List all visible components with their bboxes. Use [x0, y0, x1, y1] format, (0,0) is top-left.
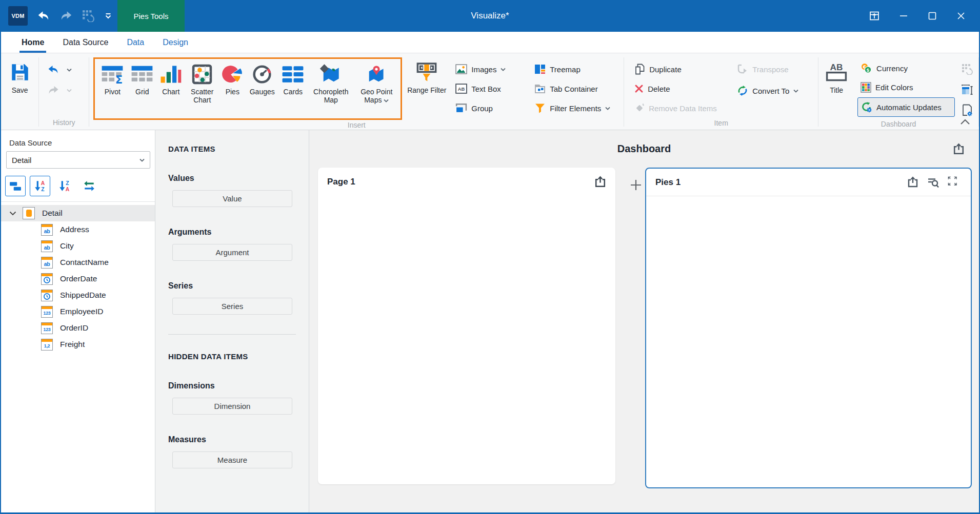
- dashboard-title-button[interactable]: AB Title: [818, 56, 854, 94]
- tree-item-shippeddate[interactable]: ShippedDate: [1, 287, 155, 303]
- insert-group-button[interactable]: Group: [452, 98, 525, 118]
- delete-button[interactable]: Delete: [631, 79, 731, 98]
- insert-chart-button[interactable]: Chart: [156, 59, 185, 96]
- close-icon: [955, 10, 967, 22]
- argument-drop-slot[interactable]: Argument: [172, 244, 292, 261]
- swap-arrows-icon: [83, 180, 95, 192]
- insert-choropleth-map-button[interactable]: Choropleth Map: [307, 59, 354, 104]
- insert-highlight-box: Σ Pivot Grid Chart Scatter Chart: [93, 57, 402, 120]
- tree-item-address[interactable]: ab Address: [1, 221, 155, 238]
- tab-home[interactable]: Home: [14, 33, 51, 53]
- page-tab-surface[interactable]: Page 1: [318, 168, 615, 484]
- date-field-icon: [41, 273, 53, 285]
- insert-tab-container-button[interactable]: Tab Container: [531, 79, 624, 98]
- dashboard-surface: Dashboard Page 1: [309, 130, 979, 512]
- dimension-drop-slot[interactable]: Dimension: [172, 398, 292, 415]
- insert-treemap-button[interactable]: Treemap: [531, 59, 624, 79]
- item-export-button[interactable]: [906, 176, 919, 189]
- sort-ascending-button[interactable]: AZ: [30, 176, 50, 196]
- data-items-panel: DATA ITEMS Values Value Arguments Argume…: [155, 130, 309, 512]
- insert-scatter-chart-button[interactable]: Scatter Chart: [185, 59, 219, 104]
- grid-auto-refresh-button[interactable]: [958, 60, 976, 78]
- tree-item-contactname[interactable]: ab ContactName: [1, 254, 155, 271]
- title-bar: VDM Pies Tools Visualize*: [1, 0, 979, 32]
- collapse-ribbon-button[interactable]: [959, 118, 971, 126]
- tree-item-orderdate[interactable]: OrderDate: [1, 271, 155, 287]
- field-display-mode-button[interactable]: [5, 176, 26, 196]
- svg-text:Σ: Σ: [115, 73, 123, 85]
- undo-icon: [47, 64, 59, 76]
- insert-filter-elements-button[interactable]: Filter Elements: [531, 98, 624, 118]
- fields-blocks-icon: [9, 180, 22, 192]
- remove-data-items-button[interactable]: Remove Data Items: [631, 98, 731, 118]
- tree-item-city[interactable]: ab City: [1, 238, 155, 254]
- redo-icon: [59, 9, 73, 23]
- dashboard-settings-button[interactable]: [958, 101, 976, 119]
- sort-descending-button[interactable]: ZA: [54, 176, 75, 196]
- field-list-toolbar: AZ ZA: [1, 169, 155, 202]
- currency-button[interactable]: €$ Currency: [857, 59, 955, 77]
- insert-text-box-button[interactable]: AB Text Box: [452, 79, 525, 98]
- insert-images-button[interactable]: Images: [452, 59, 525, 79]
- plus-icon: [629, 178, 643, 192]
- undo-ribbon-button[interactable]: [47, 64, 59, 76]
- data-source-select[interactable]: Detail: [6, 151, 150, 169]
- rename-item-button[interactable]: [958, 81, 976, 98]
- insert-cards-button[interactable]: Cards: [278, 59, 307, 96]
- maximize-button[interactable]: [925, 8, 940, 24]
- data-source-panel: Data Source Detail AZ ZA: [1, 130, 155, 512]
- page-tab-label[interactable]: Page 1: [327, 177, 593, 187]
- automatic-updates-toggle[interactable]: Automatic Updates: [857, 97, 955, 117]
- tree-root-detail[interactable]: Detail: [1, 205, 155, 221]
- add-page-button[interactable]: [625, 174, 647, 196]
- insert-geo-point-maps-button[interactable]: Geo Point Maps: [354, 59, 398, 104]
- tree-item-orderid[interactable]: 123 OrderID: [1, 320, 155, 336]
- insert-grid-button[interactable]: Grid: [128, 59, 156, 96]
- tab-data-source[interactable]: Data Source: [55, 33, 115, 53]
- ribbon-display-options-button[interactable]: [866, 8, 883, 24]
- undo-dropdown-button[interactable]: [67, 68, 72, 72]
- transpose-button[interactable]: Transpose: [734, 63, 818, 76]
- dashboard-title[interactable]: Dashboard: [309, 143, 979, 155]
- tree-item-freight[interactable]: 1,2 Freight: [1, 336, 155, 353]
- value-drop-slot[interactable]: Value: [172, 190, 292, 207]
- pivot-icon: Σ: [101, 64, 124, 85]
- tab-data[interactable]: Data: [119, 33, 151, 53]
- convert-to-button[interactable]: Convert To: [734, 84, 818, 97]
- cards-icon: [282, 64, 304, 85]
- measure-drop-slot[interactable]: Measure: [172, 451, 292, 468]
- item-maximize-button[interactable]: [947, 176, 961, 189]
- insert-pivot-button[interactable]: Σ Pivot: [97, 59, 128, 96]
- insert-range-filter-button[interactable]: Range Filter: [405, 56, 448, 94]
- page-export-button[interactable]: [593, 175, 607, 189]
- duplicate-button[interactable]: Duplicate: [631, 59, 731, 79]
- edit-colors-button[interactable]: Edit Colors: [857, 78, 955, 96]
- tree-item-employeeid[interactable]: 123 EmployeeID: [1, 303, 155, 320]
- automatic-updates-qat-button[interactable]: [82, 10, 94, 22]
- undo-button[interactable]: [37, 9, 50, 23]
- dashboard-export-button[interactable]: [952, 142, 966, 156]
- pies-item-label[interactable]: Pies 1: [655, 177, 906, 188]
- customize-quick-access-button[interactable]: [104, 11, 113, 20]
- app-logo[interactable]: VDM: [8, 6, 28, 26]
- pies-tools-contextual-tab[interactable]: Pies Tools: [117, 0, 185, 32]
- insert-pies-button[interactable]: Pies: [219, 59, 246, 96]
- svg-text:AB: AB: [458, 86, 465, 92]
- series-drop-slot[interactable]: Series: [172, 298, 292, 315]
- redo-dropdown-button[interactable]: [67, 89, 72, 92]
- pies-item-selected[interactable]: Pies 1: [645, 168, 972, 488]
- minimize-button[interactable]: [896, 8, 911, 24]
- redo-ribbon-button[interactable]: [47, 84, 59, 96]
- redo-button[interactable]: [59, 9, 73, 23]
- chevron-expanded-icon[interactable]: [9, 211, 16, 216]
- insert-gauges-button[interactable]: Gauges: [246, 59, 278, 96]
- tab-design[interactable]: Design: [155, 33, 195, 53]
- values-header: Values: [168, 174, 296, 183]
- replace-data-source-button[interactable]: [79, 176, 99, 196]
- table-ibeam-icon: [961, 84, 973, 95]
- close-button[interactable]: [953, 8, 969, 24]
- save-button[interactable]: Save: [9, 56, 31, 94]
- item-edit-filter-button[interactable]: [927, 176, 940, 189]
- ribbon-tab-strip: Home Data Source Data Design: [1, 32, 979, 53]
- grid-refresh-icon: [82, 10, 94, 22]
